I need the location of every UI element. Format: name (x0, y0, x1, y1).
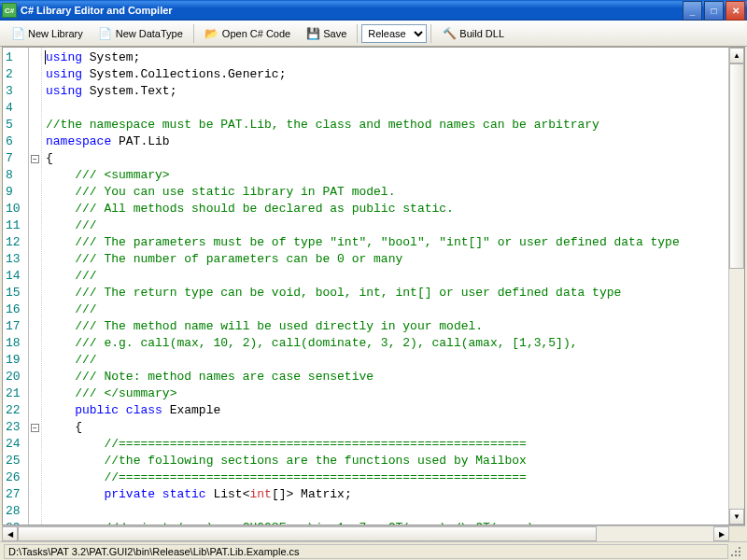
window-title: C# Library Editor and Compiler (21, 5, 683, 16)
horizontal-scrollbar[interactable]: ◀ ▶ (2, 525, 745, 541)
code-line[interactable]: using System; (46, 49, 725, 66)
fold-cell (29, 453, 41, 469)
open-code-button[interactable]: 📂 Open C# Code (198, 23, 297, 44)
line-number: 23 (3, 419, 28, 436)
line-number: 25 (3, 453, 28, 469)
line-number: 13 (3, 251, 28, 268)
save-button[interactable]: 💾 Save (299, 23, 353, 44)
fold-cell (29, 318, 41, 335)
fold-toggle[interactable]: − (31, 424, 39, 432)
fold-toggle[interactable]: − (31, 155, 39, 163)
scroll-up-button[interactable]: ▲ (729, 48, 744, 63)
code-line[interactable]: { (46, 419, 725, 436)
code-line[interactable]: /// (46, 217, 725, 234)
fold-cell (29, 251, 41, 268)
line-number: 17 (3, 318, 28, 335)
code-line[interactable]: private static List<int[]> Matrix; (46, 486, 725, 503)
line-number: 27 (3, 486, 28, 503)
code-line[interactable]: //======================================… (46, 469, 725, 486)
code-line[interactable]: //the namespace must be PAT.Lib, the cla… (46, 117, 725, 133)
scroll-thumb[interactable] (729, 63, 744, 269)
minimize-button[interactable]: _ (683, 1, 702, 21)
code-line[interactable]: /// (46, 301, 725, 318)
line-number: 9 (3, 184, 28, 201)
code-line[interactable]: /// All methods should be declared as pu… (46, 201, 725, 217)
fold-cell (29, 49, 41, 66)
fold-cell (29, 83, 41, 100)
toolbar-separator (430, 24, 431, 43)
fold-cell (29, 486, 41, 503)
code-line[interactable]: { (46, 150, 725, 167)
fold-cell (29, 469, 41, 486)
line-number: 4 (3, 100, 28, 117)
new-datatype-icon: 📄 (98, 26, 113, 41)
save-icon: 💾 (305, 26, 320, 41)
fold-cell (29, 352, 41, 369)
code-line[interactable]: namespace PAT.Lib (46, 133, 725, 150)
fold-cell (29, 100, 41, 117)
line-number: 12 (3, 234, 28, 251)
scroll-down-button[interactable]: ▼ (729, 509, 744, 525)
fold-cell (29, 301, 41, 318)
line-number: 29 (3, 520, 28, 525)
code-line[interactable]: /// Note: method names are case sensetiv… (46, 369, 725, 385)
scroll-left-button[interactable]: ◀ (2, 526, 18, 541)
scroll-track[interactable] (729, 63, 744, 509)
code-line[interactable]: /// (46, 352, 725, 369)
code-line[interactable]: /// You can use static library in PAT mo… (46, 184, 725, 201)
code-line[interactable]: /// <summary> (46, 167, 725, 184)
fold-cell (29, 285, 41, 301)
code-editor[interactable]: 1234567891011121314151617181920212223242… (2, 47, 745, 525)
line-number: 28 (3, 503, 28, 520)
line-number: 5 (3, 117, 28, 133)
fold-cell (29, 369, 41, 385)
line-number: 19 (3, 352, 28, 369)
line-number: 14 (3, 268, 28, 285)
code-line[interactable]: /// </summary> (46, 385, 725, 402)
code-line[interactable] (46, 100, 725, 117)
new-library-icon: 📄 (10, 26, 25, 41)
fold-cell (29, 117, 41, 133)
line-number: 15 (3, 285, 28, 301)
window-controls: _ □ ✕ (683, 1, 745, 21)
code-line[interactable]: public class Example (46, 402, 725, 419)
line-number: 26 (3, 469, 28, 486)
build-dll-label: Build DLL (459, 28, 504, 39)
build-dll-button[interactable]: 🔨 Build DLL (435, 23, 511, 44)
code-line[interactable]: /// (46, 268, 725, 285)
fold-cell (29, 402, 41, 419)
line-number: 6 (3, 133, 28, 150)
build-config-select[interactable]: Release (361, 24, 427, 43)
close-button[interactable]: ✕ (726, 1, 745, 21)
code-line[interactable]: //the following sections are the functio… (46, 453, 725, 469)
toolbar: 📄 New Library 📄 New DataType 📂 Open C# C… (0, 21, 747, 47)
code-line[interactable]: //======================================… (46, 436, 725, 453)
resize-grip[interactable] (728, 544, 743, 559)
code-line[interactable]: /// The return type can be void, bool, i… (46, 285, 725, 301)
scroll-thumb[interactable] (18, 526, 597, 541)
save-label: Save (323, 28, 346, 39)
code-line[interactable] (46, 503, 725, 520)
maximize-button[interactable]: □ (704, 1, 724, 21)
fold-cell: − (29, 150, 41, 167)
line-number: 1 (3, 49, 28, 66)
scroll-track[interactable] (18, 526, 713, 541)
code-line[interactable]: /// The number of parameters can be 0 or… (46, 251, 725, 268)
toolbar-separator (357, 24, 358, 43)
code-line[interactable]: using System.Collections.Generic; (46, 66, 725, 83)
code-line[interactable]: /// The parameters must be of type "int"… (46, 234, 725, 251)
toolbar-separator (193, 24, 194, 43)
code-line[interactable]: //dominate(v,w) == CHOOSE x \in 1..7 : G… (46, 520, 725, 525)
code-line[interactable]: /// The method name will be used directl… (46, 318, 725, 335)
fold-cell (29, 385, 41, 402)
code-pane[interactable]: using System;using System.Collections.Ge… (42, 48, 728, 525)
code-line[interactable]: using System.Text; (46, 83, 725, 100)
code-line[interactable]: /// e.g. call(max, 10, 2), call(dominate… (46, 335, 725, 352)
vertical-scrollbar[interactable]: ▲ ▼ (728, 48, 744, 525)
fold-cell (29, 217, 41, 234)
line-number: 18 (3, 335, 28, 352)
new-library-button[interactable]: 📄 New Library (4, 23, 90, 44)
new-datatype-button[interactable]: 📄 New DataType (92, 23, 190, 44)
line-number: 7 (3, 150, 28, 167)
scroll-right-button[interactable]: ▶ (713, 526, 729, 541)
